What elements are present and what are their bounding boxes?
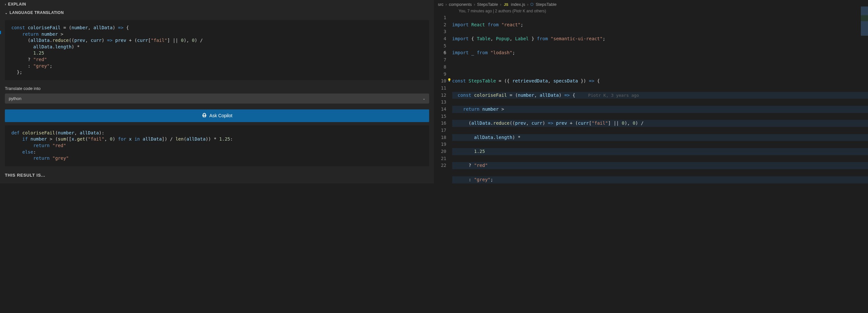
- copilot-icon: [202, 113, 207, 119]
- breadcrumb-separator: ›: [445, 2, 447, 7]
- breadcrumb-separator: ›: [527, 2, 528, 7]
- chevron-down-icon: ⌄: [5, 11, 8, 15]
- breadcrumb-item[interactable]: src: [438, 2, 443, 7]
- ask-button-label: Ask Copilot: [210, 113, 232, 118]
- language-select[interactable]: python ⌄: [5, 93, 429, 104]
- ask-copilot-button[interactable]: Ask Copilot: [5, 109, 429, 122]
- result-label: THIS RESULT IS...: [5, 173, 429, 178]
- breadcrumb-symbol[interactable]: StepsTable: [535, 2, 556, 7]
- breadcrumb: src › components › StepsTable › JS index…: [434, 0, 868, 9]
- section-explain[interactable]: › EXPLAIN: [5, 0, 429, 8]
- section-label-translation: LANGUAGE TRANSLATION: [10, 10, 64, 15]
- code-content[interactable]: import React from "react"; import { Tabl…: [452, 14, 868, 183]
- section-label-explain: EXPLAIN: [8, 2, 26, 6]
- blame-inline[interactable]: Piotr K, 3 years ago: [575, 93, 639, 98]
- chevron-down-icon: ⌄: [423, 97, 425, 100]
- breadcrumb-separator: ›: [500, 2, 501, 7]
- breadcrumb-item[interactable]: components: [449, 2, 472, 7]
- minimap[interactable]: [861, 6, 868, 36]
- translate-label: Translate code into: [5, 86, 429, 91]
- section-translation[interactable]: ⌄ LANGUAGE TRANSLATION: [5, 8, 429, 17]
- result-code-block: def coloriseFail(number, allData): if nu…: [5, 125, 429, 166]
- breadcrumb-item[interactable]: StepsTable: [477, 2, 498, 7]
- code-editor[interactable]: 1 2 3 4 5 6 7 8 9 10 11 12 13 14 15 16 1…: [434, 14, 868, 183]
- lightbulb-icon[interactable]: 💡: [447, 78, 451, 83]
- language-select-value: python: [9, 96, 22, 101]
- chevron-right-icon: ›: [5, 3, 6, 6]
- symbol-icon: ⬡: [530, 2, 534, 6]
- js-file-icon: JS: [503, 3, 509, 6]
- breadcrumb-separator: ›: [474, 2, 475, 7]
- source-code-block: const coloriseFail = (number, allData) =…: [5, 20, 429, 80]
- line-number-gutter: 1 2 3 4 5 6 7 8 9 10 11 12 13 14 15 16 1…: [434, 14, 452, 183]
- breadcrumb-file[interactable]: index.js: [511, 2, 525, 7]
- change-indicator: [0, 31, 1, 34]
- blame-header[interactable]: You, 7 minutes ago | 2 authors (Piotr K …: [434, 9, 868, 14]
